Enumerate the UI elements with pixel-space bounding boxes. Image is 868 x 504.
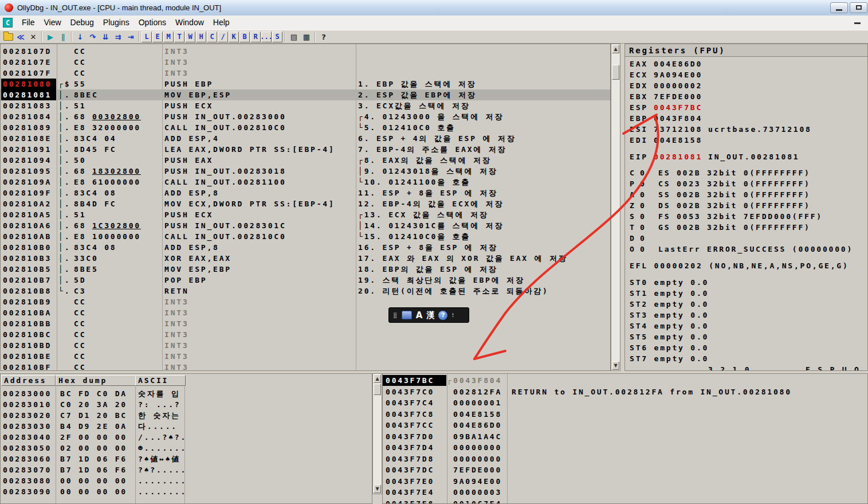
fpu-row[interactable]: ST0 empty 0.0	[625, 277, 867, 288]
disasm-row[interactable]: 002810A5│.51PUSH ECX┌13. ECX 값을 스택에 저장	[1, 209, 610, 220]
fpu-row[interactable]: ST7 empty 0.0	[625, 353, 867, 364]
scroll-up-button[interactable]: ▲	[612, 45, 619, 53]
dump-row[interactable]: 00283070B7 1D 06 F6?♠?.....	[1, 464, 372, 475]
dump-row[interactable]: 00283010C0 20 3A 20?: ...?	[1, 399, 372, 410]
close-program-button[interactable]: ✕	[27, 31, 40, 42]
flag-row[interactable]: Z0DS 002B 32bit 0(FFFFFFFF)	[625, 200, 867, 211]
scroll-thumb[interactable]	[612, 65, 619, 80]
fpu-row[interactable]: ST2 empty 0.0	[625, 299, 867, 310]
animate-over-button[interactable]: ⇉	[112, 31, 124, 42]
stack-row[interactable]: 0043F7D800000000	[383, 454, 867, 464]
windows-list-button[interactable]: ▤	[288, 31, 300, 42]
disasm-row[interactable]: 00281083│.51PUSH ECX3. ECX값을 스택에 저장	[1, 100, 610, 111]
ime-language-button[interactable]: A	[416, 310, 423, 321]
pause-button[interactable]: ∥	[57, 31, 69, 42]
ime-toolbar[interactable]: ⣿ A 漢 ? ⁝	[388, 307, 469, 323]
disasm-row[interactable]: 0028108E│.83C4 04ADD ESP,46. ESP + 4의 값을…	[1, 133, 610, 144]
flag-row[interactable]: O0LastErr ERROR_SUCCESS (00000000)	[625, 244, 867, 255]
executables-window-button[interactable]: E	[152, 32, 163, 42]
call-stack-button[interactable]: K	[229, 32, 239, 42]
dump-row[interactable]: 00283030B4 D9 2E 0A다.....	[1, 421, 372, 432]
menu-item-help[interactable]: Help	[209, 15, 234, 30]
flag-row[interactable]: T0GS 002B 32bit 0(FFFFFFFF)	[625, 222, 867, 233]
source-window-button[interactable]: S	[272, 32, 282, 42]
register-row[interactable]: EBP0043F804	[625, 113, 867, 124]
threads-window-button[interactable]: T	[174, 32, 184, 42]
fpu-row[interactable]: ST6 empty 0.0	[625, 342, 867, 353]
disasm-row[interactable]: 0028107FCCINT3	[1, 68, 610, 79]
stack-row[interactable]: 0043F7C400000001	[383, 397, 867, 408]
restart-button[interactable]: ≪	[14, 31, 27, 42]
dump-scrollbar[interactable]: ▲ ▼	[372, 373, 382, 494]
open-file-button[interactable]	[2, 31, 14, 42]
disasm-row[interactable]: 002810B7│.5DPOP EBP19. 스택 최상단의 값을 EBP에 저…	[1, 275, 610, 286]
disasm-row[interactable]: 002810B3│.33C0XOR EAX,EAX17. EAX 와 EAX 의…	[1, 253, 610, 264]
dump-row[interactable]: 00283000BC FD C0 DA숫자를 입	[1, 388, 372, 399]
menu-item-view[interactable]: View	[39, 15, 65, 30]
efl-row[interactable]: EFL 00000202 (NO,NB,NE,A,NS,PO,GE,G)	[625, 260, 867, 271]
disasm-row[interactable]: 00281080┌$55PUSH EBP1. EBP 값을 스택에 저장	[1, 79, 610, 89]
register-row[interactable]: ESI73712108ucrtbase.73712108	[625, 124, 867, 135]
flag-row[interactable]: A0SS 002B 32bit 0(FFFFFFFF)	[625, 189, 867, 200]
disasm-row[interactable]: 002810B0│.83C4 08ADD ESP,816. ESP + 8을 E…	[1, 242, 610, 253]
ime-help-button[interactable]: ?	[438, 311, 447, 320]
help-button[interactable]: ?	[317, 31, 330, 42]
register-row[interactable]: EDX00000002	[625, 80, 867, 91]
ime-grip[interactable]: ⣿	[393, 312, 398, 318]
step-over-button[interactable]: ↷	[87, 31, 99, 42]
mdi-minimize-button[interactable]	[851, 17, 863, 28]
menu-item-plugins[interactable]: Plugins	[99, 15, 134, 30]
breakpoints-window-button[interactable]: B	[239, 32, 250, 42]
disasm-row[interactable]: 00281081│.8BECMOV EBP,ESP2. ESP 값을 EBP에 …	[1, 89, 610, 100]
disasm-row[interactable]: 002810B9CCINT3	[1, 296, 610, 307]
disasm-row[interactable]: 002810BDCCINT3	[1, 340, 610, 351]
handles-window-button[interactable]: H	[196, 32, 206, 42]
disasm-row[interactable]: 00281094│.50PUSH EAX┌8. EAX의 값을 스택에 저장	[1, 155, 610, 166]
stack-row[interactable]: 0043F7CC004E86D0	[383, 420, 867, 431]
disasm-scrollbar[interactable]: ▲ ▼	[611, 44, 620, 371]
scroll-thumb[interactable]	[374, 384, 381, 395]
cpu-window-button[interactable]: C	[207, 32, 217, 42]
fpu-row[interactable]: ST3 empty 0.0	[625, 310, 867, 321]
stack-row[interactable]: 0043F7BC┌0043F804	[383, 375, 867, 386]
patches-window-button[interactable]: /	[218, 32, 228, 42]
disasm-row[interactable]: 00281095│.68 18302800PUSH IN_OUT.0028301…	[1, 166, 610, 177]
register-row[interactable]: ESP0043F7BC	[625, 102, 867, 113]
register-row[interactable]: EDI004E8158	[625, 135, 867, 146]
disasm-row[interactable]: 002810BBCCINT3	[1, 318, 610, 329]
step-into-button[interactable]: ↓	[74, 31, 87, 42]
memory-map-button[interactable]: M	[163, 32, 174, 42]
menu-item-file[interactable]: File	[17, 15, 40, 30]
disasm-row[interactable]: 002810B5│.8BE5MOV ESP,EBP18. EBP의 값을 ESP…	[1, 264, 610, 275]
register-row[interactable]: EBX7EFDE000	[625, 91, 867, 102]
dump-row[interactable]: 0028305002 00 00 00☻.......	[1, 443, 372, 454]
disasm-row[interactable]: 002810BACCINT3	[1, 307, 610, 318]
dump-row[interactable]: 0028309000 00 00 00........	[1, 486, 372, 497]
stack-row[interactable]: 0043F7C8004E8158	[383, 409, 867, 420]
scroll-down-button[interactable]: ▼	[374, 485, 381, 493]
disasm-row[interactable]: 0028107DCCINT3	[1, 46, 610, 57]
run-trace-button[interactable]: ...	[261, 32, 272, 42]
scroll-down-button[interactable]: ▼	[612, 361, 619, 370]
dump-row[interactable]: 002830402F 00 00 00/...?♠?.	[1, 432, 372, 443]
stack-row[interactable]: 0043F7E80010C7E4	[383, 498, 867, 504]
fpu-row[interactable]: ST1 empty 0.0	[625, 288, 867, 299]
stack-row[interactable]: 0043F7D009BA1A4C	[383, 431, 867, 442]
menu-item-debug[interactable]: Debug	[66, 15, 99, 30]
dump-row[interactable]: 0028308000 00 00 00........	[1, 475, 372, 486]
disasm-row[interactable]: 002810BFCCINT3	[1, 362, 610, 371]
run-button[interactable]: ▶	[44, 31, 57, 42]
disasm-row[interactable]: 002810A2│.8B4D FCMOV ECX,DWORD PTR SS:[E…	[1, 198, 610, 209]
disasm-row[interactable]: 002810BECCINT3	[1, 351, 610, 362]
restore-button[interactable]	[850, 2, 867, 13]
flag-row[interactable]: D0	[625, 233, 867, 244]
disasm-row[interactable]: 0028109A│.E8 61000000CALL IN_OUT.0028110…	[1, 177, 610, 187]
stack-row[interactable]: 0043F7E400000003	[383, 487, 867, 498]
flag-row[interactable]: C0ES 002B 32bit 0(FFFFFFFF)	[625, 167, 867, 178]
dump-row[interactable]: 00283060B7 1D 06 F6?♠値↔♠値	[1, 454, 372, 464]
disasm-row[interactable]: 002810B8└.C3RETN20. 리턴(이전에 호출된 주소로 되돌아감)	[1, 286, 610, 296]
disasm-row[interactable]: 00281084│.68 00302800PUSH IN_OUT.0028300…	[1, 111, 610, 122]
fpu-row[interactable]: ST5 empty 0.0	[625, 331, 867, 342]
disasm-row[interactable]: 0028107ECCINT3	[1, 57, 610, 68]
animate-into-button[interactable]: ⇊	[99, 31, 112, 42]
